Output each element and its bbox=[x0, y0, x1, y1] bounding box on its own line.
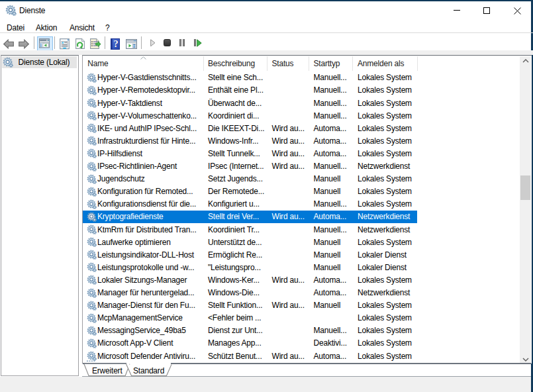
svg-text:?: ? bbox=[113, 38, 118, 49]
